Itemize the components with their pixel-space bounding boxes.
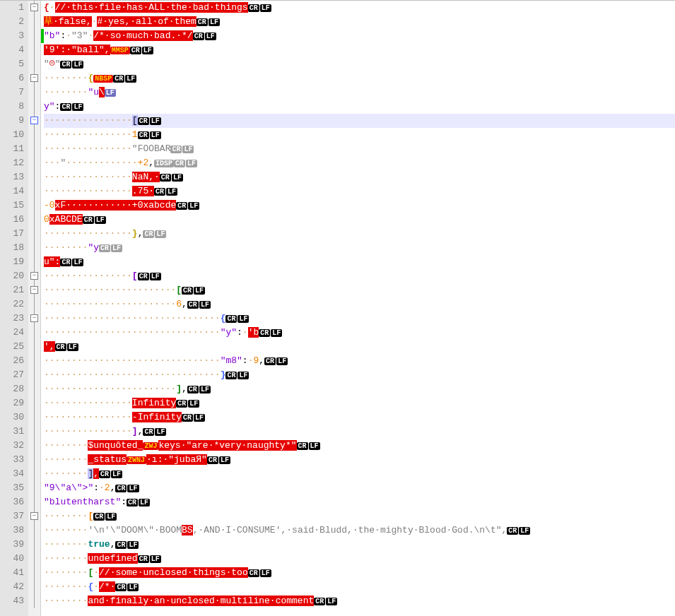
code-line[interactable]: ········"u\LF — [44, 85, 675, 100]
code-line[interactable]: ················},CRLF — [44, 227, 675, 241]
fold-toggle[interactable]: − — [30, 512, 38, 520]
line-number: 20 — [1, 269, 24, 283]
code-line[interactable]: ········and·finally·an·unclosed·multilin… — [44, 594, 675, 608]
line-number: 27 — [1, 368, 24, 382]
line-number: 1 — [1, 1, 24, 15]
code-line[interactable]: ········undefinedCRLF — [44, 552, 675, 566]
line-number: 34 — [1, 467, 24, 481]
line-number: 42 — [1, 580, 24, 594]
fold-toggle[interactable]: − — [30, 4, 38, 11]
code-line[interactable]: ········[·//·some·unclosed·things·tooCRL… — [44, 566, 675, 580]
line-number: 4 — [1, 43, 24, 57]
code-line[interactable]: u":CRLF — [44, 255, 675, 269]
line-number: 12 — [1, 156, 24, 170]
code-line[interactable]: ···"·············+2,IDSPCRLF — [44, 156, 675, 170]
code-editor: 1234567891011121314151617181920212223242… — [0, 0, 675, 616]
line-number: 7 — [1, 85, 24, 100]
code-line[interactable]: "9\"a\">":·2,CRLF — [44, 481, 675, 495]
line-number: 9 — [1, 114, 24, 128]
code-line[interactable]: "b":·"3"·/*·so·much·bad.·*/CRLF — [44, 29, 675, 43]
code-line[interactable]: 草·false,·#·yes,·all·of·themCRLF — [44, 15, 675, 29]
code-line[interactable]: ················1CRLF — [44, 128, 675, 142]
code-line[interactable]: ································"m8":·9,… — [44, 354, 675, 368]
code-line[interactable]: ········'\n'\"DOOM\"·BOOMBS,·AND·I·CONSU… — [44, 523, 675, 538]
line-number: 36 — [1, 495, 24, 509]
line-number: 11 — [1, 142, 24, 156]
code-line[interactable]: ················InfinityCRLF — [44, 396, 675, 410]
code-line[interactable]: ········{·/*·CRLF — [44, 580, 675, 594]
code-area[interactable]: {·//·this·file·has·ALL·the·bad·thingsCRL… — [44, 1, 675, 616]
line-number: 33 — [1, 453, 24, 467]
line-number: 26 — [1, 354, 24, 368]
line-number: 43 — [1, 594, 24, 608]
line-number: 19 — [1, 255, 24, 269]
fold-toggle[interactable]: − — [30, 286, 38, 294]
line-number: 32 — [1, 439, 24, 453]
code-line[interactable]: ································{CRLF — [44, 312, 675, 326]
line-number: 39 — [1, 538, 24, 552]
code-line[interactable]: ········_statusZWNJ·ı:·"jubaЯ"CRLF — [44, 453, 675, 467]
line-number: 3 — [1, 29, 24, 43]
fold-column[interactable]: −−−−−−− — [28, 1, 41, 616]
line-number: 41 — [1, 566, 24, 580]
code-line[interactable]: ········{NBSPCRLF — [44, 71, 675, 85]
fold-toggle[interactable]: − — [30, 117, 38, 124]
code-line[interactable]: '9':·"ball",MMSPCRLF — [44, 43, 675, 57]
line-number: 40 — [1, 552, 24, 566]
code-line[interactable]: ········"yCRLF — [44, 241, 675, 255]
code-line[interactable]: ········],CRLF — [44, 467, 675, 481]
line-number: 38 — [1, 523, 24, 538]
code-line[interactable]: ················],CRLF — [44, 425, 675, 439]
line-number: 5 — [1, 57, 24, 71]
code-line[interactable]: ········$unquôted_ZWJkeys·"are·*very·nau… — [44, 439, 675, 453]
fold-toggle[interactable]: − — [30, 74, 38, 82]
line-number: 16 — [1, 213, 24, 227]
line-number: 18 — [1, 241, 24, 255]
fold-toggle[interactable]: − — [30, 272, 38, 280]
line-number: 31 — [1, 425, 24, 439]
code-line[interactable]: ························],CRLF — [44, 382, 675, 396]
line-number: 17 — [1, 227, 24, 241]
code-line[interactable]: "☹"CRLF — [44, 57, 675, 71]
code-line[interactable]: ················[CRLF — [44, 114, 675, 128]
line-number: 2 — [1, 15, 24, 29]
code-line[interactable]: ························6,CRLF — [44, 297, 675, 312]
code-line[interactable]: ················[CRLF — [44, 269, 675, 283]
line-number: 21 — [1, 283, 24, 297]
code-line[interactable]: ································}CRLF — [44, 368, 675, 382]
line-number: 25 — [1, 340, 24, 354]
line-number: 28 — [1, 382, 24, 396]
code-line[interactable]: ························[CRLF — [44, 283, 675, 297]
line-number: 37 — [1, 509, 24, 523]
line-number: 6 — [1, 71, 24, 85]
line-number: 14 — [1, 184, 24, 199]
line-number-gutter: 1234567891011121314151617181920212223242… — [0, 1, 28, 616]
line-number: 22 — [1, 297, 24, 312]
fold-toggle[interactable]: − — [30, 314, 38, 322]
code-line[interactable]: 0xABCDECRLF — [44, 213, 675, 227]
code-line[interactable]: ················.75·CRLF — [44, 184, 675, 199]
code-line[interactable]: y":CRLF — [44, 100, 675, 114]
line-number: 15 — [1, 199, 24, 213]
line-number: 13 — [1, 170, 24, 184]
code-line[interactable]: ················NaN,·CRLF — [44, 170, 675, 184]
code-line[interactable]: -0xF············+0xabcdeCRLF — [44, 199, 675, 213]
line-number: 24 — [1, 326, 24, 340]
line-number: 10 — [1, 128, 24, 142]
code-line[interactable]: ········true,CRLF — [44, 538, 675, 552]
line-number: 8 — [1, 100, 24, 114]
line-number: 29 — [1, 396, 24, 410]
code-line[interactable]: ········[CRLF — [44, 509, 675, 523]
code-line[interactable]: "blutentharst":CRLF — [44, 495, 675, 509]
code-line[interactable]: {·//·this·file·has·ALL·the·bad·thingsCRL… — [44, 1, 675, 15]
line-number: 35 — [1, 481, 24, 495]
code-line[interactable]: ················-InfinityCRLF — [44, 410, 675, 425]
code-line[interactable]: ················"FOOBARCRLF — [44, 142, 675, 156]
line-number: 23 — [1, 312, 24, 326]
line-number: 30 — [1, 410, 24, 425]
code-line[interactable]: ································"y":·'bC… — [44, 326, 675, 340]
code-line[interactable]: ',CRLF — [44, 340, 675, 354]
